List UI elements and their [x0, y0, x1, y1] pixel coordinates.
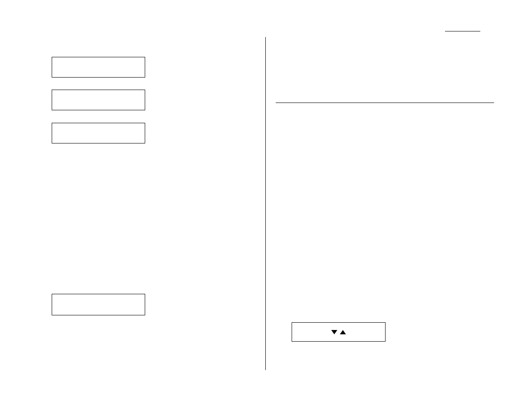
outline-box-2 — [52, 90, 145, 110]
section-divider — [276, 103, 494, 103]
arrow-box — [292, 322, 386, 342]
column-divider — [265, 37, 266, 370]
page — [0, 0, 532, 411]
outline-box-1 — [52, 57, 145, 78]
triangle-down-icon — [331, 330, 337, 334]
header-rule — [445, 31, 480, 31]
outline-box-3 — [52, 123, 145, 143]
triangle-up-icon — [340, 330, 346, 334]
outline-box-4 — [52, 294, 145, 315]
